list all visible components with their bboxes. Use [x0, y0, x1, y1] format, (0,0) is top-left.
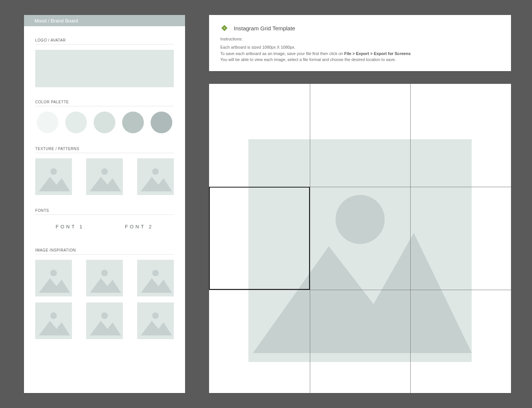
instagram-grid-artboard[interactable]: [209, 84, 511, 393]
inspiration-thumb[interactable]: [35, 260, 72, 296]
section-label-insp: IMAGE INSPIRATION: [35, 248, 174, 255]
font-sample[interactable]: FONT 2: [125, 224, 154, 229]
svg-point-4: [152, 168, 159, 175]
mood-board-panel[interactable]: Mood / Brand Board LOGO / AVATAR COLOR P…: [24, 15, 185, 393]
color-swatch[interactable]: [65, 112, 87, 133]
inspiration-thumb[interactable]: [137, 302, 174, 339]
svg-point-6: [50, 270, 57, 276]
section-label-fonts: FONTS: [35, 208, 174, 215]
mood-board-body: LOGO / AVATAR COLOR PALETTE TEXTURE / PA…: [24, 26, 185, 393]
section-label-logo: LOGO / AVATAR: [35, 38, 174, 45]
svg-marker-1: [39, 177, 70, 191]
inspiration-thumb[interactable]: [137, 260, 174, 296]
instructions-line: Each artboard is sized 1080px X 1080px.: [220, 44, 500, 51]
svg-point-10: [152, 270, 159, 276]
instructions-label: Instructions:: [220, 37, 500, 41]
svg-point-12: [50, 312, 57, 319]
section-label-texture: TEXTURE / PATTERNS: [35, 147, 174, 153]
logo-placeholder[interactable]: [35, 50, 174, 87]
fonts-row: FONT 1 FONT 2: [35, 224, 174, 229]
svg-point-14: [101, 312, 108, 319]
svg-marker-9: [90, 278, 121, 293]
mood-board-title-bar: Mood / Brand Board: [24, 15, 185, 26]
color-swatch[interactable]: [37, 112, 58, 133]
right-column: Instagram Grid Template Instructions: Ea…: [209, 15, 511, 393]
mood-board-title: Mood / Brand Board: [34, 18, 78, 24]
tag-icon: [220, 24, 229, 32]
svg-point-16: [152, 312, 159, 319]
inspiration-thumb[interactable]: [86, 260, 123, 296]
instructions-path: File > Export > Export for Screens: [344, 51, 411, 56]
instructions-line: To save each artboard as an image, save …: [220, 51, 500, 57]
palette-row: [35, 112, 174, 133]
svg-point-2: [101, 168, 108, 175]
svg-marker-13: [39, 321, 70, 335]
svg-marker-3: [90, 177, 121, 191]
header-title-row: Instagram Grid Template: [220, 24, 500, 32]
color-swatch[interactable]: [151, 112, 172, 133]
header-title: Instagram Grid Template: [234, 25, 295, 31]
font-sample[interactable]: FONT 1: [56, 224, 84, 229]
texture-thumb[interactable]: [35, 158, 72, 195]
grid-divider-lines: [209, 84, 511, 393]
texture-thumb[interactable]: [137, 158, 174, 195]
inspiration-grid: [35, 260, 174, 339]
inspiration-thumb[interactable]: [86, 302, 123, 339]
texture-row: [35, 158, 174, 195]
inspiration-thumb[interactable]: [35, 302, 72, 339]
svg-marker-7: [39, 278, 70, 293]
texture-thumb[interactable]: [86, 158, 123, 195]
svg-marker-5: [141, 177, 172, 191]
design-canvas: Mood / Brand Board LOGO / AVATAR COLOR P…: [0, 0, 532, 408]
instructions-text: To save each artboard as an image, save …: [220, 51, 344, 56]
template-header-card[interactable]: Instagram Grid Template Instructions: Ea…: [209, 15, 511, 71]
section-label-palette: COLOR PALETTE: [35, 100, 174, 106]
svg-point-8: [101, 270, 108, 276]
instructions-line: You will be able to view each image, sel…: [220, 57, 500, 63]
color-swatch[interactable]: [122, 112, 144, 133]
svg-point-0: [50, 168, 57, 175]
svg-marker-17: [141, 321, 172, 335]
svg-marker-15: [90, 321, 121, 335]
svg-marker-11: [141, 278, 172, 293]
color-swatch[interactable]: [94, 112, 115, 133]
